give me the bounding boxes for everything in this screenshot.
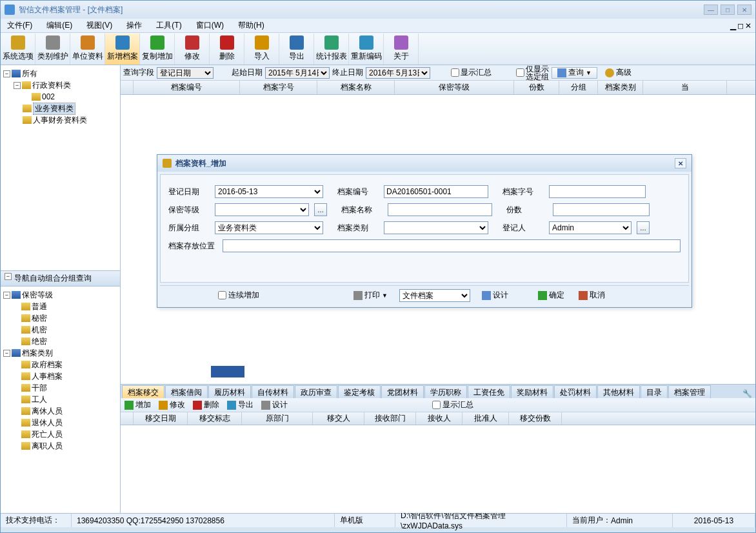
menu-view[interactable]: 视图(V)	[84, 19, 115, 32]
bottom-tab[interactable]: 目录	[641, 385, 668, 398]
tree-leaf[interactable]: 普通	[3, 301, 117, 312]
close-button[interactable]: ✕	[737, 5, 751, 15]
group-select[interactable]: 业务资料类	[215, 221, 323, 234]
doc-type-select[interactable]	[384, 221, 488, 234]
registrar-select[interactable]: Admin	[549, 221, 632, 234]
tree-leaf[interactable]: 政府档案	[3, 359, 117, 370]
toolbar-button-0[interactable]: 系统选项	[1, 34, 35, 65]
doc-no-input[interactable]	[384, 185, 488, 198]
end-date-input[interactable]: 2016年 5月13日	[366, 67, 430, 79]
registrar-browse-button[interactable]: …	[637, 221, 650, 234]
advanced-button[interactable]: 高级	[600, 67, 637, 79]
menu-file[interactable]: 文件(F)	[5, 19, 35, 32]
query-field-select[interactable]: 登记日期	[157, 67, 214, 79]
ok-button[interactable]: 确定	[535, 288, 567, 302]
cancel-button[interactable]: 取消	[576, 288, 608, 302]
bottom-tab[interactable]: 档案管理	[668, 385, 711, 398]
toolbar-button-8[interactable]: 导出	[279, 34, 314, 65]
tree-leaf[interactable]: 机密	[3, 324, 117, 336]
tree-group[interactable]: −档案类别	[3, 347, 117, 359]
tree-collapse-icon[interactable]: −	[3, 70, 10, 77]
tree-group[interactable]: −保密等级	[3, 289, 117, 301]
tree-leaf[interactable]: 干部	[3, 382, 117, 394]
grid-column-header[interactable]: 份数	[514, 81, 559, 94]
bottom-tab[interactable]: 党团材料	[381, 385, 424, 398]
dialog-close-button[interactable]: ✕	[675, 158, 686, 168]
tree-leaf[interactable]: 工人	[3, 394, 117, 405]
sub-toolbar-button[interactable]: 修改	[159, 399, 185, 410]
doc-code-input[interactable]	[549, 185, 646, 198]
bottom-tab[interactable]: 奖励材料	[511, 385, 553, 398]
sub-grid-column-header[interactable]: 接收部门	[364, 412, 416, 425]
sub-grid-column-header[interactable]: 接收人	[416, 412, 463, 425]
dialog-titlebar[interactable]: 档案资料_增加 ✕	[157, 155, 691, 172]
tree-leaf[interactable]: 秘密	[3, 312, 117, 324]
bottom-tab[interactable]: 工资任免	[468, 385, 510, 398]
sub-show-summary-checkbox[interactable]: 显示汇总	[432, 399, 473, 410]
grid-body[interactable]: 档案资料_增加 ✕ 登记日期 2016-05-13 档案编号 档案字号	[121, 95, 755, 384]
tree-leaf[interactable]: 死亡人员	[3, 428, 117, 440]
bottom-tab[interactable]: 学历职称	[424, 385, 467, 398]
sub-grid-column-header[interactable]: 移交日期	[134, 412, 188, 425]
bottom-tab[interactable]: 档案借阅	[165, 385, 208, 398]
toolbar-button-10[interactable]: 重新编码	[349, 34, 384, 65]
sub-grid-row-selector[interactable]	[121, 412, 134, 425]
grid-column-header[interactable]: 保密等级	[395, 81, 514, 94]
tree-collapse-icon[interactable]: −	[3, 292, 10, 299]
tree-node-label[interactable]: 业务资料类	[33, 103, 75, 115]
toolbar-button-3[interactable]: 新增档案	[105, 34, 140, 65]
doc-name-input[interactable]	[388, 203, 492, 216]
menu-edit[interactable]: 编辑(E)	[44, 19, 75, 32]
grid-column-header[interactable]: 档案名称	[317, 81, 395, 94]
sub-toolbar-button[interactable]: 删除	[193, 399, 219, 410]
tree-node-label[interactable]: 002	[42, 92, 55, 101]
bottom-tab[interactable]: 档案移交	[122, 385, 164, 398]
grid-column-header[interactable]: 分组	[559, 81, 598, 94]
sub-grid-column-header[interactable]: 移交标志	[188, 412, 242, 425]
toolbar-button-5[interactable]: 修改	[175, 34, 210, 65]
tree-node-label[interactable]: 行政资料类	[32, 80, 71, 91]
secret-browse-button[interactable]: …	[314, 203, 327, 216]
grid-column-header[interactable]: 档案字号	[240, 81, 317, 94]
category-tree[interactable]: −所有 −行政资料类 002 业务资料类 人事财务资料类	[1, 65, 120, 270]
sub-toolbar-button[interactable]: 增加	[124, 399, 151, 410]
sub-toolbar-button[interactable]: 导出	[227, 399, 254, 410]
tree-collapse-icon[interactable]: −	[14, 82, 21, 89]
start-date-input[interactable]: 2015年 5月14日	[265, 67, 330, 79]
toolbar-button-1[interactable]: 类别维护	[35, 34, 70, 65]
bottom-tab[interactable]: 政历审查	[295, 385, 337, 398]
show-summary-checkbox[interactable]: 显示汇总	[451, 67, 492, 78]
reg-date-input[interactable]: 2016-05-13	[215, 185, 323, 198]
toolbar-button-11[interactable]: 关于	[384, 34, 419, 65]
sub-grid-column-header[interactable]: 批准人	[463, 412, 509, 425]
tree-leaf[interactable]: 人事档案	[3, 370, 117, 382]
tree-leaf[interactable]: 退休人员	[3, 417, 117, 428]
mdi-minimize[interactable]: ▁	[730, 21, 736, 30]
continuous-add-checkbox[interactable]: 连续增加	[215, 288, 262, 302]
grid-row-selector[interactable]	[121, 81, 134, 94]
location-input[interactable]	[223, 239, 681, 252]
toolbar-button-6[interactable]: 删除	[210, 34, 244, 65]
tree-collapse-icon[interactable]: −	[5, 273, 12, 280]
grid-column-header[interactable]: 档案类别	[598, 81, 643, 94]
grid-column-header[interactable]: 档案编号	[134, 81, 240, 94]
tree-leaf[interactable]: 离职人员	[3, 440, 117, 452]
search-button[interactable]: 查询▼	[552, 67, 597, 79]
wrench-icon[interactable]: 🔧	[742, 389, 755, 398]
tree-leaf[interactable]: 离休人员	[3, 405, 117, 417]
design-button[interactable]: 设计	[479, 288, 511, 302]
mdi-close[interactable]: ✕	[745, 21, 751, 30]
filter-tree[interactable]: −保密等级普通秘密机密绝密−档案类别政府档案人事档案干部工人离休人员退休人员死亡…	[1, 287, 120, 513]
copies-input[interactable]	[553, 203, 650, 216]
tree-leaf[interactable]: 绝密	[3, 336, 117, 347]
tree-node-label[interactable]: 人事财务资料类	[33, 115, 87, 126]
minimize-button[interactable]: —	[704, 5, 718, 15]
menu-tools[interactable]: 工具(T)	[154, 19, 184, 32]
secret-select[interactable]	[215, 203, 309, 216]
only-selected-checkbox[interactable]: 仅显示选定组	[516, 65, 549, 81]
bottom-tab[interactable]: 鉴定考核	[338, 385, 381, 398]
mdi-restore[interactable]: ◻	[737, 21, 744, 30]
sub-grid-column-header[interactable]: 移交份数	[509, 412, 562, 425]
sub-grid-column-header[interactable]: 移交人	[313, 412, 364, 425]
toolbar-button-7[interactable]: 导入	[244, 34, 279, 65]
